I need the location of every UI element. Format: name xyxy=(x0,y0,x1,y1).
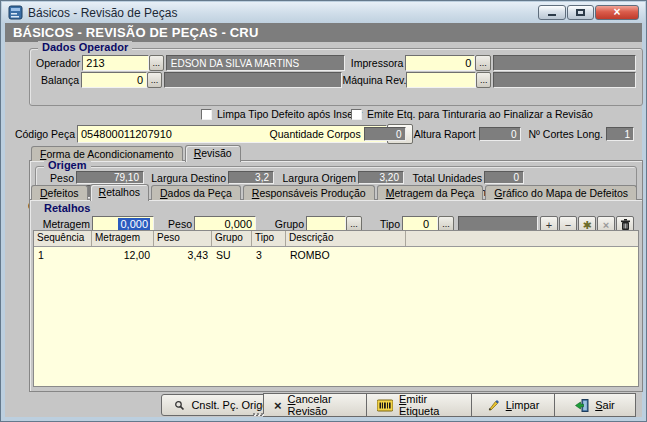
grupo-label: Grupo xyxy=(268,218,304,230)
maquina-rev-input[interactable] xyxy=(406,72,476,88)
window-title: Básicos - Revisão de Peças xyxy=(28,6,177,20)
page-title: BÁSICOS - REVISÃO DE PEÇAS - CRU xyxy=(5,23,642,42)
retalhos-grid: Sequência Metragem Peso Grupo Tipo Descr… xyxy=(33,230,639,387)
cell-metragem: 12,00 xyxy=(92,249,154,261)
balanca-lookup-button[interactable]: ... xyxy=(147,72,162,88)
n-cortes-long-label: Nº Cortes Long. xyxy=(529,128,603,140)
search-icon xyxy=(174,400,185,411)
largura-destino-label: Largura Destino xyxy=(150,172,226,184)
operador-lookup-button[interactable]: ... xyxy=(149,55,164,71)
emitir-etiqueta-button[interactable]: Emitir Etiqueta xyxy=(366,393,472,417)
ellipsis-icon: ... xyxy=(480,75,488,85)
minimize-icon xyxy=(548,14,556,16)
maquina-rev-label: Máquina Rev. xyxy=(342,74,404,86)
close-icon: × xyxy=(613,7,620,18)
peso-retalho-label: Peso xyxy=(162,218,192,230)
cancelar-revisao-button[interactable]: × Cancelar Revisão xyxy=(263,393,367,417)
maquina-rev-lookup-button[interactable]: ... xyxy=(476,72,491,88)
ellipsis-icon: ... xyxy=(151,75,159,85)
tab-revisao[interactable]: Revisão xyxy=(185,145,241,162)
emite-etq-checkbox[interactable] xyxy=(351,109,362,120)
sair-button[interactable]: Sair xyxy=(554,393,636,417)
emitir-label: Emitir Etiqueta xyxy=(399,393,461,417)
column-grupo[interactable]: Grupo xyxy=(212,231,252,246)
column-peso[interactable]: Peso xyxy=(154,231,212,246)
cell-sequencia: 1 xyxy=(34,249,92,261)
ellipsis-icon: ... xyxy=(350,219,358,229)
impressora-display xyxy=(493,55,636,71)
operador-label: Operador xyxy=(36,57,80,69)
balanca-display xyxy=(164,72,342,88)
quantidade-corpos-label: Quantidade Corpos xyxy=(270,128,361,140)
window-controls: × xyxy=(538,5,639,20)
altura-raport-field: 0 xyxy=(479,127,521,141)
column-tipo[interactable]: Tipo xyxy=(252,231,286,246)
ellipsis-icon: ... xyxy=(442,219,450,229)
metragem-selected-text: 0,000 xyxy=(118,218,150,230)
impressora-label: Impressora xyxy=(345,57,403,69)
retalhos-tab-panel: Retalhos Metragem 0,000 Peso 0,000 Grupo… xyxy=(29,199,643,392)
dados-operador-caption: Dados Operador xyxy=(38,41,132,53)
limpar-label: Limpar xyxy=(506,399,540,411)
cell-grupo: SU xyxy=(212,249,252,261)
client-area: Dados Operador Operador 213 ... EDSON DA… xyxy=(5,42,642,417)
retalhos-caption: Retalhos xyxy=(40,202,94,214)
minimize-button[interactable] xyxy=(538,5,566,20)
sair-label: Sair xyxy=(595,399,615,411)
ellipsis-icon: ... xyxy=(479,58,487,68)
tab-defeitos[interactable]: Defeitos xyxy=(31,185,88,200)
impressora-input[interactable]: 0 xyxy=(405,55,475,71)
balanca-input[interactable]: 0 xyxy=(81,72,147,88)
footer-button-bar: × Cancelar Revisão Emitir Etiqueta Limpa… xyxy=(264,393,636,417)
tab-retalhos[interactable]: Retalhos xyxy=(90,184,149,201)
column-metragem[interactable]: Metragem xyxy=(92,231,154,246)
emite-etq-checkbox-row: Emite Etq. para Tinturaria ao Finalizar … xyxy=(351,108,593,120)
column-sequencia[interactable]: Sequência xyxy=(34,231,92,246)
maximize-button[interactable] xyxy=(567,5,594,20)
cell-tipo: 3 xyxy=(252,249,286,261)
grid-header: Sequência Metragem Peso Grupo Tipo Descr… xyxy=(34,231,638,247)
tab-forma-de-acondicionamento[interactable]: Forma de Acondicionamento xyxy=(31,146,183,161)
barcode-icon xyxy=(377,399,393,412)
detail-tab-bar: Defeitos Retalhos Dados da Peça Responsá… xyxy=(31,183,639,200)
application-window: Básicos - Revisão de Peças × BÁSICOS - R… xyxy=(0,0,647,422)
altura-raport-label: Altura Raport xyxy=(414,128,476,140)
resize-grip[interactable] xyxy=(253,413,263,415)
maquina-rev-display xyxy=(493,72,636,88)
metragem-label: Metragem xyxy=(40,218,90,230)
maximize-icon xyxy=(576,9,585,16)
top-tab-bar: Forma de Acondicionamento Revisão xyxy=(31,143,243,161)
n-cortes-long-field: 1 xyxy=(606,127,634,141)
table-row[interactable]: 1 12,00 3,43 SU 3 ROMBO xyxy=(34,247,638,262)
peso-origem-label: Peso xyxy=(40,172,74,184)
column-filler xyxy=(406,231,638,246)
quantidade-corpos-field: 0 xyxy=(364,127,406,141)
impressora-lookup-button[interactable]: ... xyxy=(475,55,490,71)
limpar-button[interactable]: Limpar xyxy=(471,393,555,417)
cancelar-label: Cancelar Revisão xyxy=(288,393,356,417)
exit-door-icon xyxy=(575,399,589,412)
cell-peso: 3,43 xyxy=(154,249,212,261)
balanca-label: Balança xyxy=(36,74,79,86)
title-bar: Básicos - Revisão de Peças × xyxy=(2,2,645,23)
operador-display: EDSON DA SILVA MARTINS xyxy=(166,55,345,71)
total-unidades-label: Total Unidades xyxy=(410,172,482,184)
app-icon xyxy=(8,5,23,20)
ellipsis-icon: ... xyxy=(152,58,160,68)
tab-grafico-mapa-defeitos[interactable]: Gráfico do Mapa de Defeitos xyxy=(485,185,637,200)
tab-metragem-da-peca[interactable]: Metragem da Peça xyxy=(377,185,484,200)
dados-operador-group: Dados Operador Operador 213 ... EDSON DA… xyxy=(29,48,643,106)
limpa-tipo-checkbox[interactable] xyxy=(201,109,212,120)
cancel-x-icon: × xyxy=(274,398,282,413)
limpa-tipo-label: Limpa Tipo Defeito após Inserir xyxy=(217,108,362,120)
cell-descricao: ROMBO xyxy=(286,249,406,261)
limpa-tipo-checkbox-row: Limpa Tipo Defeito após Inserir xyxy=(201,108,362,120)
codigo-peca-label: Código Peça xyxy=(11,128,75,140)
largura-origem-label: Largura Origem xyxy=(280,172,356,184)
tab-responsaveis-producao[interactable]: Responsáveis Produção xyxy=(243,185,375,200)
tab-dados-da-peca[interactable]: Dados da Peça xyxy=(151,185,241,200)
operador-input[interactable]: 213 xyxy=(82,55,148,71)
close-button[interactable]: × xyxy=(595,5,639,20)
emite-etq-label: Emite Etq. para Tinturaria ao Finalizar … xyxy=(367,108,593,120)
column-descricao[interactable]: Descrição xyxy=(286,231,406,246)
